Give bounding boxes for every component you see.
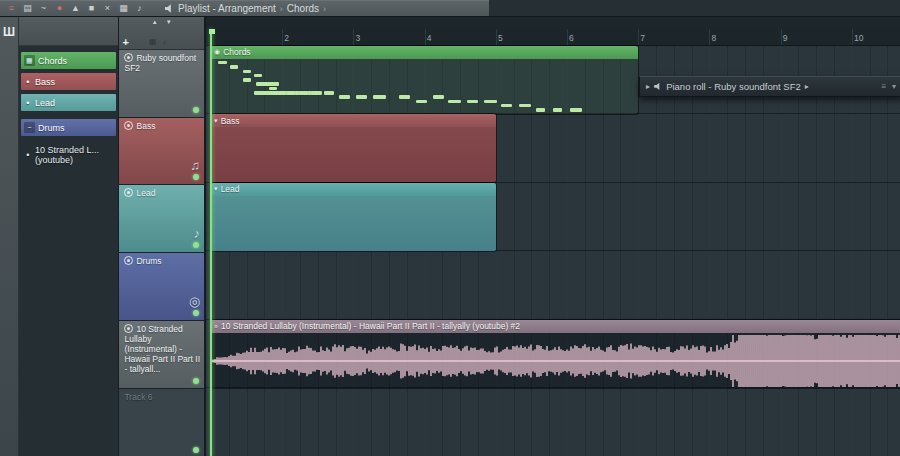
midi-note <box>570 108 582 112</box>
breadcrumb: Playlist - Arrangement › Chords › <box>165 3 326 14</box>
clip-label: 10 Stranded Lullaby (Instrumental) - Haw… <box>221 321 520 331</box>
treble-clef-icon: ♪ <box>194 226 201 241</box>
track-led[interactable] <box>193 242 199 248</box>
bar-number: 9 <box>783 33 788 43</box>
bar-number: 5 <box>498 33 503 43</box>
audio-clip-icon: » <box>214 323 218 330</box>
play-icon[interactable]: ▲ <box>68 1 83 16</box>
record-icon[interactable]: ● <box>52 1 67 16</box>
midi-note <box>269 87 278 91</box>
piano-roll-titlebar[interactable]: ▸ Piano roll - Ruby soundfont SF2 ▸ ≡▾ <box>639 76 900 97</box>
piano-roll-title: Piano roll - Ruby soundfont SF2 <box>666 81 801 92</box>
picker-item-label: Lead <box>35 98 55 108</box>
playhead-line[interactable] <box>210 29 212 456</box>
playlist-lanes[interactable]: ◉ Chords ▾ Bass ▾ <box>206 46 900 456</box>
midi-note <box>299 91 308 95</box>
track-led[interactable] <box>193 378 199 384</box>
bar-number: 6 <box>569 33 574 43</box>
breadcrumb-playlist[interactable]: Playlist - Arrangement <box>178 3 276 14</box>
midi-note <box>536 108 545 112</box>
track-header-drums[interactable]: Drums ◎ <box>119 253 204 321</box>
scroll-down-icon[interactable]: ▼ <box>166 19 172 25</box>
track-info-icon[interactable] <box>124 53 133 62</box>
lane-drums[interactable] <box>206 251 900 320</box>
midi-note <box>218 61 227 65</box>
piano-keys-icon[interactable]: ▦ <box>149 37 157 46</box>
picker-item-drums[interactable]: ~ Drums <box>21 119 117 136</box>
track-info-icon[interactable] <box>124 324 133 333</box>
stop-icon[interactable]: ■ <box>84 1 99 16</box>
track-led[interactable] <box>193 447 199 453</box>
clip-body <box>211 333 900 388</box>
track-info-icon[interactable] <box>124 121 133 130</box>
waveform-thumb-icon: ~ <box>24 122 35 133</box>
clip-bass[interactable]: ▾ Bass <box>211 114 496 182</box>
track-name: Lead <box>136 188 155 198</box>
midi-note <box>243 70 251 74</box>
bar-number: 7 <box>640 33 645 43</box>
track-led[interactable] <box>193 310 199 316</box>
bullet-icon: • <box>24 150 32 160</box>
midi-note <box>484 100 497 104</box>
clip-label: Chords <box>223 47 250 57</box>
timeline-ruler[interactable]: 2345678910 <box>206 29 900 46</box>
picker-item-chords[interactable]: ▦ Chords <box>21 52 117 69</box>
picker-item-lead[interactable]: • Lead <box>21 94 117 111</box>
wave-icon[interactable]: ~ <box>36 1 51 16</box>
picker-item-bass[interactable]: • Bass <box>21 73 117 90</box>
midi-note <box>311 91 320 95</box>
midi-note <box>433 95 444 99</box>
song-mode-icon[interactable]: ▤ <box>20 1 35 16</box>
mute-icon[interactable]: × <box>100 1 115 16</box>
chords-clip-notes <box>211 59 638 114</box>
clip-lead[interactable]: ▾ Lead <box>211 183 496 251</box>
clip-audio[interactable]: » 10 Stranded Lullaby (Instrumental) - H… <box>211 320 900 388</box>
main-menu-icon[interactable]: ≡ <box>4 1 19 16</box>
lane-track6[interactable] <box>206 388 900 456</box>
add-track-button[interactable]: + <box>122 37 128 47</box>
breadcrumb-chords[interactable]: Chords <box>287 3 319 14</box>
window-menu-arrow-icon[interactable]: ▸ <box>646 82 650 91</box>
window-options-icon[interactable]: ≡ <box>881 82 886 91</box>
track-header-audio[interactable]: 10 Stranded Lullaby (Instrumental) - Haw… <box>119 321 204 389</box>
drum-icon: ◎ <box>189 294 200 309</box>
clip-header[interactable]: ▾ Lead <box>211 183 496 196</box>
pattern-thumb-icon: ▦ <box>24 55 35 66</box>
track-info-icon[interactable] <box>124 256 133 265</box>
note-icon[interactable]: ♪ <box>132 1 147 16</box>
midi-note <box>553 108 562 112</box>
speaker-icon <box>654 82 662 90</box>
bar-number: 10 <box>854 33 863 43</box>
clip-header[interactable]: ▾ Bass <box>211 114 496 127</box>
keyboard-icon[interactable]: ▦ <box>116 1 131 16</box>
track-header-lead[interactable]: Lead ♪ <box>119 185 204 253</box>
scroll-up-icon[interactable]: ▲ <box>152 19 158 25</box>
midi-note <box>324 91 333 95</box>
track-info-icon[interactable] <box>124 188 133 197</box>
track-led[interactable] <box>193 107 199 113</box>
midi-note <box>373 95 386 99</box>
track-name: Ruby soundfont SF2 <box>124 53 196 73</box>
midi-note <box>501 104 512 108</box>
track-header-ruby[interactable]: Ruby soundfont SF2 <box>119 50 204 118</box>
midi-note <box>230 65 238 69</box>
clip-header[interactable]: » 10 Stranded Lullaby (Instrumental) - H… <box>211 320 900 333</box>
track-header-track6[interactable]: Track 6 <box>119 389 204 456</box>
chevron-right-icon: ▸ <box>805 82 809 91</box>
panel-columns-icon[interactable]: Ш <box>3 25 15 456</box>
track-led[interactable] <box>193 174 199 180</box>
note-icon[interactable]: ♪ <box>162 37 166 46</box>
clip-body <box>211 196 496 251</box>
track-header-bass[interactable]: Bass ♫ <box>119 118 204 186</box>
clip-chords[interactable]: ◉ Chords <box>211 46 638 114</box>
picker-item-label: Chords <box>38 56 67 66</box>
window-collapse-icon[interactable]: ▾ <box>892 82 896 91</box>
playhead-marker[interactable] <box>209 29 215 34</box>
clip-header[interactable]: ◉ Chords <box>211 46 638 59</box>
picker-item-audio[interactable]: • 10 Stranded L...(youtube) <box>21 146 117 163</box>
midi-note <box>254 74 263 78</box>
midi-note <box>356 95 367 99</box>
midi-note <box>256 82 279 86</box>
track-name: 10 Stranded Lullaby (Instrumental) - Haw… <box>124 324 200 374</box>
midi-note <box>243 78 251 82</box>
